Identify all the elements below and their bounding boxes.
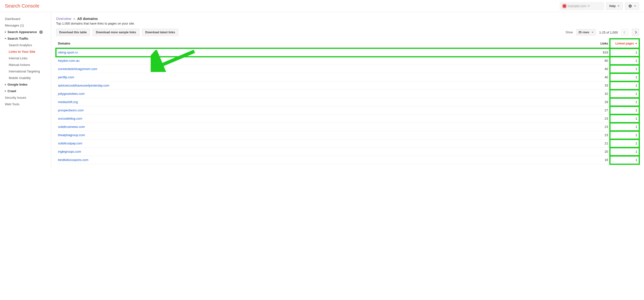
sidebar-item-label: Internal Links [9,56,28,60]
sidebar-item-web-tools[interactable]: Web Tools [2,101,51,107]
cell-domain: viking-sport.ru [56,48,562,57]
settings-button[interactable] [625,3,639,10]
app-title: Search Console [5,3,39,9]
property-selector[interactable]: example.com [560,3,604,10]
sidebar-item-label: Mobile Usability [9,76,31,80]
cell-links: 21 [562,139,610,147]
download-more-button[interactable]: Download more sample links [93,29,139,36]
table-row: bestkidscoupons.com161 [56,156,639,164]
info-icon: i [39,30,43,34]
table-row: thealphagroup.com231 [56,131,639,139]
domain-link[interactable]: solidtrustnews.com [58,125,85,129]
breadcrumb-current: All domains [77,17,98,21]
next-page-button[interactable] [632,29,639,36]
sidebar-item-crawl[interactable]: Crawl [2,88,51,94]
sidebar: DashboardMessages (1)Search AppearanceiS… [0,12,51,169]
breadcrumb-overview-link[interactable]: Overview [56,17,71,21]
action-buttons: Download this table Download more sample… [56,29,178,36]
table-row: inglegroups.com201 [56,147,639,156]
sidebar-item-international-targeting[interactable]: International Targeting [2,68,51,75]
cell-domain: bestkidscoupons.com [56,156,562,164]
cell-linked-pages: 1 [610,156,639,164]
sidebar-item-internal-links[interactable]: Internal Links [2,55,51,62]
cell-links: 819 [562,48,610,57]
cell-domain: mediashift.org [56,98,562,106]
domain-link[interactable]: heydon.com.au [58,59,80,63]
cell-linked-pages: 1 [610,81,639,90]
cell-linked-pages: 1 [610,131,639,139]
chevron-right-icon [634,31,637,34]
domain-link[interactable]: viking-sport.ru [58,51,78,54]
col-header-linked-label: Linked pages [615,42,634,45]
cell-links: 40 [562,65,610,73]
cell-linked-pages: 1 [610,106,639,114]
header-right: example.com Help [560,3,639,10]
col-header-links[interactable]: Links [562,39,610,48]
domains-table: Domains Links Linked pages viking-sport.… [56,39,639,164]
domain-link[interactable]: connectedchicagomom.com [58,67,97,71]
sidebar-item-label: Crawl [8,89,16,93]
domain-link[interactable]: bestkidscoupons.com [58,158,88,162]
table-row: jollygoodvibes.com321 [56,90,639,98]
table-row: solidtrustpay.com211 [56,139,639,147]
chevron-right-icon [5,31,6,33]
prev-page-button[interactable] [621,29,628,36]
download-latest-button[interactable]: Download latest links [142,29,178,36]
chevron-down-icon [592,32,594,33]
pagination-range: 1-25 of 1,000 [599,31,618,34]
domain-link[interactable]: jollygoodvibes.com [58,92,85,96]
body-container: DashboardMessages (1)Search AppearanceiS… [0,12,644,169]
sidebar-item-dashboard[interactable]: Dashboard [2,16,51,22]
col-header-domains[interactable]: Domains [56,39,562,48]
col-header-linked-pages[interactable]: Linked pages [610,39,639,48]
sidebar-item-label: Messages (1) [5,24,24,27]
cell-links: 20 [562,147,610,156]
help-button[interactable]: Help [606,3,623,10]
domain-link[interactable]: solidtrustpay.com [58,141,82,145]
page-subtitle: Top 1,000 domains that have links to pag… [56,22,639,25]
cell-links: 29 [562,98,610,106]
cell-links: 32 [562,90,610,98]
sidebar-item-label: Search Traffic [8,37,28,40]
rows-selector[interactable]: 25 rows [576,29,596,36]
cell-links: 60 [562,57,610,65]
cell-links: 23 [562,114,610,123]
domain-link[interactable]: penflip.com [58,75,74,79]
table-row: ourcodeblog.com231 [56,114,639,123]
sidebar-item-label: Search Appearance [8,30,37,34]
sidebar-item-search-appearance[interactable]: Search Appearancei [2,29,51,35]
help-label: Help [609,4,616,8]
domain-link[interactable]: inglegroups.com [58,150,81,154]
cell-domain: solidtrustnews.com [56,123,562,131]
table-row: adviceicouldhaveusedyesterday.com331 [56,81,639,90]
cell-linked-pages: 1 [610,139,639,147]
sidebar-item-messages-1-[interactable]: Messages (1) [2,22,51,29]
domain-link[interactable]: prospectworx.com [58,108,84,112]
sidebar-item-google-index[interactable]: Google Index [2,81,51,88]
table-row: penflip.com401 [56,73,639,81]
cell-domain: solidtrustpay.com [56,139,562,147]
domain-link[interactable]: ourcodeblog.com [58,117,82,120]
domain-link[interactable]: thealphagroup.com [58,133,85,137]
cell-domain: heydon.com.au [56,57,562,65]
main-content: Overview » All domains Top 1,000 domains… [51,12,644,169]
table-row: mediashift.org291 [56,98,639,106]
cell-links: 27 [562,106,610,114]
cell-domain: connectedchicagomom.com [56,65,562,73]
sidebar-item-mobile-usability[interactable]: Mobile Usability [2,75,51,81]
domain-link[interactable]: mediashift.org [58,100,78,104]
pagination-controls: Show 25 rows 1-25 of 1,000 [566,29,639,36]
sidebar-item-label: Security Issues [5,96,26,99]
sidebar-item-security-issues[interactable]: Security Issues [2,94,51,101]
download-table-button[interactable]: Download this table [56,29,90,36]
table-row: prospectworx.com271 [56,106,639,114]
gear-icon [628,4,632,8]
domain-link[interactable]: adviceicouldhaveusedyesterday.com [58,84,110,87]
cell-linked-pages: 1 [610,123,639,131]
cell-linked-pages: 1 [610,147,639,156]
sidebar-item-links-to-your-site[interactable]: Links to Your Site [2,48,51,55]
sidebar-item-search-analytics[interactable]: Search Analytics [2,42,51,48]
sidebar-item-manual-actions[interactable]: Manual Actions [2,62,51,68]
cell-domain: ourcodeblog.com [56,114,562,123]
sidebar-item-search-traffic[interactable]: Search Traffic [2,35,51,42]
